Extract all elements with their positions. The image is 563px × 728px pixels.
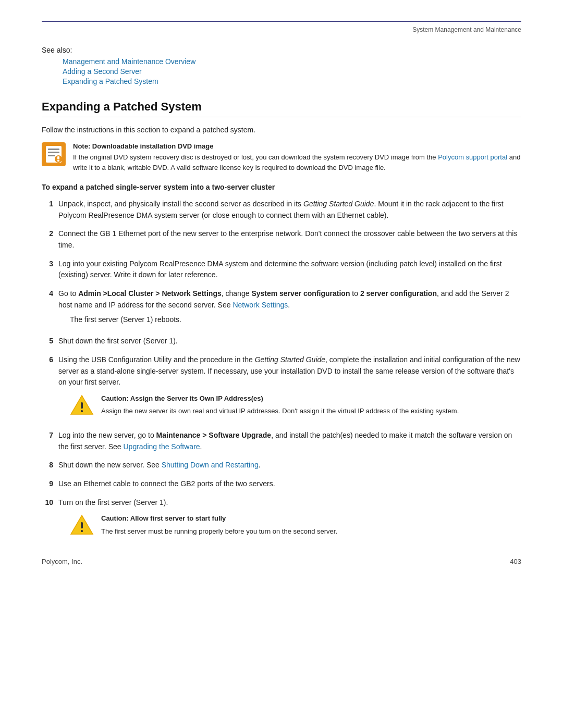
svg-rect-12	[81, 522, 83, 528]
step-8-content: Shut down the new server. See Shutting D…	[58, 460, 521, 471]
network-settings-link[interactable]: Network Settings	[232, 301, 288, 309]
step-9-content: Use an Ethernet cable to connect the GB2…	[58, 478, 521, 490]
caution-box-step10: Caution: Allow first server to start ful…	[70, 513, 521, 537]
step-9: Use an Ethernet cable to connect the GB2…	[42, 478, 521, 490]
step-4-content: Go to Admin >Local Cluster > Network Set…	[58, 288, 521, 328]
step-6-content: Using the USB Configuration Utility and …	[58, 354, 521, 423]
steps-list: Unpack, inspect, and physically install …	[42, 199, 521, 542]
note-icon	[42, 142, 66, 166]
step-5-content: Shut down the first server (Server 1).	[58, 336, 521, 347]
step-7-content: Log into the new server, go to Maintenan…	[58, 430, 521, 452]
link-management-overview[interactable]: Management and Maintenance Overview	[63, 57, 521, 66]
svg-rect-10	[81, 410, 83, 412]
step-1: Unpack, inspect, and physically install …	[42, 199, 521, 221]
caution-icon-step6	[70, 393, 94, 417]
step-6: Using the USB Configuration Utility and …	[42, 354, 521, 423]
svg-rect-7	[57, 160, 59, 162]
step-2-content: Connect the GB 1 Ethernet port of the ne…	[58, 228, 521, 251]
footer-page-number: 403	[510, 558, 521, 565]
note-body: If the original DVD system recovery disc…	[73, 152, 521, 172]
polycom-support-link[interactable]: Polycom support portal	[438, 153, 507, 161]
header-breadcrumb: System Management and Maintenance	[42, 26, 521, 33]
section-title: Expanding a Patched System	[42, 100, 521, 117]
svg-rect-3	[48, 152, 59, 153]
step-10: Turn on the first server (Server 1). Cau…	[42, 497, 521, 543]
footer: Polycom, Inc. 403	[42, 558, 521, 565]
link-expanding-patched[interactable]: Expanding a Patched System	[63, 77, 521, 85]
step-10-content: Turn on the first server (Server 1). Cau…	[58, 497, 521, 543]
step-3-content: Log into your existing Polycom RealPrese…	[58, 258, 521, 281]
svg-rect-9	[81, 402, 83, 409]
note-title: Note: Downloadable installation DVD imag…	[73, 142, 521, 150]
svg-rect-6	[57, 156, 59, 159]
step-2: Connect the GB 1 Ethernet port of the ne…	[42, 228, 521, 251]
upgrading-software-link[interactable]: Upgrading the Software	[124, 442, 200, 451]
intro-text: Follow the instructions in this section …	[42, 126, 521, 134]
caution-content-step6: Caution: Assign the Server its Own IP Ad…	[101, 393, 521, 416]
note-box: Note: Downloadable installation DVD imag…	[42, 142, 521, 172]
svg-rect-13	[81, 530, 83, 532]
step-4-subnote: The first server (Server 1) reboots.	[70, 314, 521, 326]
step-7: Log into the new server, go to Maintenan…	[42, 430, 521, 452]
step-1-content: Unpack, inspect, and physically install …	[58, 199, 521, 221]
step-5: Shut down the first server (Server 1).	[42, 336, 521, 347]
caution-icon-step10	[70, 513, 94, 537]
svg-rect-2	[48, 149, 59, 150]
see-also-links: Management and Maintenance Overview Addi…	[63, 57, 521, 85]
caution-title-step10: Caution: Allow first server to start ful…	[101, 513, 521, 524]
header-rule	[42, 21, 521, 22]
caution-content-step10: Caution: Allow first server to start ful…	[101, 513, 521, 536]
shutting-down-link[interactable]: Shutting Down and Restarting	[162, 461, 259, 469]
caution-title-step6: Caution: Assign the Server its Own IP Ad…	[101, 393, 521, 404]
note-content: Note: Downloadable installation DVD imag…	[73, 142, 521, 172]
svg-rect-4	[48, 155, 55, 156]
footer-company: Polycom, Inc.	[42, 558, 82, 565]
subsection-title: To expand a patched single-server system…	[42, 183, 521, 191]
caution-box-step6: Caution: Assign the Server its Own IP Ad…	[70, 393, 521, 417]
step-3: Log into your existing Polycom RealPrese…	[42, 258, 521, 281]
caution-body-step6: Assign the new server its own real and v…	[101, 406, 521, 416]
step-4: Go to Admin >Local Cluster > Network Set…	[42, 288, 521, 328]
see-also-label: See also:	[42, 46, 521, 54]
link-adding-second-server[interactable]: Adding a Second Server	[63, 67, 521, 76]
caution-body-step10: The first server must be running properl…	[101, 526, 521, 537]
step-8: Shut down the new server. See Shutting D…	[42, 460, 521, 471]
